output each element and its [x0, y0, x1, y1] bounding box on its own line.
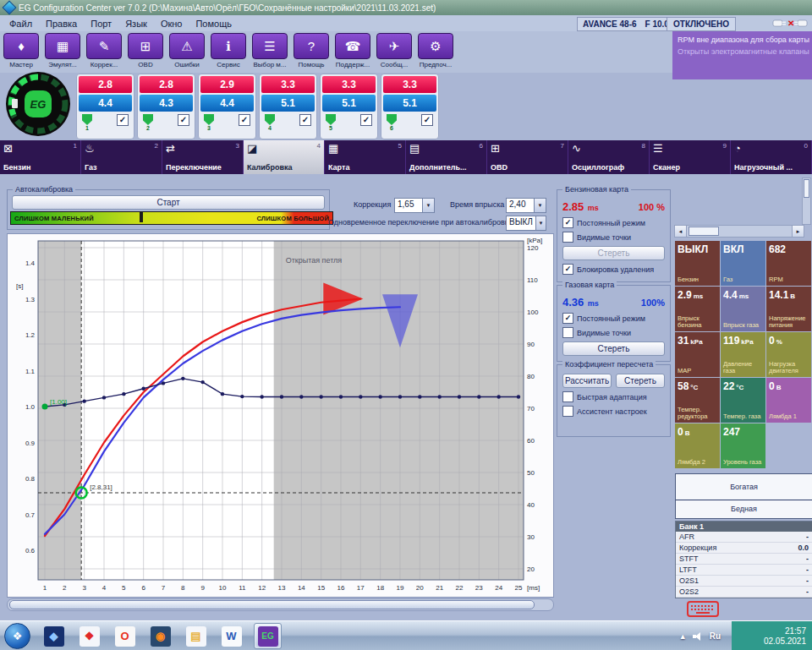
tab-1[interactable]: ⊠1Бензин: [0, 140, 81, 174]
svg-text:40: 40: [527, 501, 535, 509]
blue-app-icon[interactable]: ◆: [41, 624, 67, 648]
toolbar-button-master[interactable]: ♦Мастер: [3, 33, 40, 73]
checkbox-icon[interactable]: ✓: [562, 264, 573, 275]
correction-icon: ✎: [86, 33, 122, 59]
language-indicator[interactable]: Ru: [710, 631, 721, 641]
scrollbar-thumb[interactable]: [9, 600, 535, 609]
virtual-keyboard-button[interactable]: [685, 598, 721, 619]
cylinder-checkbox[interactable]: ✓: [421, 114, 433, 126]
menu-item-5[interactable]: Помощь: [189, 17, 239, 30]
erase-gas-map-button[interactable]: Стереть: [562, 341, 665, 356]
cylinder-2: 2.84.32✓: [137, 74, 195, 139]
svg-text:19: 19: [397, 584, 404, 592]
scroll-left-icon[interactable]: ◄: [675, 226, 687, 237]
svg-text:0.7: 0.7: [25, 511, 36, 519]
toolbar-button-correction[interactable]: ✎Коррек...: [85, 33, 123, 73]
right-panel-horizontal-scrollbar[interactable]: ◄ ►: [674, 225, 804, 238]
checkbox-icon[interactable]: [562, 391, 573, 402]
svg-text:80: 80: [527, 373, 535, 380]
petrol-lock-delete-option[interactable]: ✓ Блокировка удаления: [562, 264, 665, 275]
erase-petrol-map-button[interactable]: Стереть: [562, 246, 665, 260]
menu-item-0[interactable]: Файл: [3, 17, 39, 30]
red-app-icon[interactable]: ❖: [76, 624, 102, 648]
tab-3[interactable]: ⇄3Переключение: [162, 140, 244, 174]
toolbar-button-support[interactable]: ☎Поддерж...: [334, 33, 371, 73]
petrol-constant-mode-option[interactable]: ✓ Постоянный режим: [562, 217, 665, 228]
calibration-chart[interactable]: [1.00][2.8,31]Открытая петля123456789101…: [7, 233, 554, 598]
right-panel-vertical-scrollbar[interactable]: [802, 178, 811, 225]
tab-9[interactable]: ☰9Сканер: [650, 140, 731, 174]
cylinder-checkbox[interactable]: ✓: [299, 114, 311, 126]
toolbar-button-model-select[interactable]: ☰Выбор м...: [251, 33, 288, 73]
chevron-down-icon[interactable]: ▼: [534, 199, 546, 212]
svg-text:21: 21: [436, 584, 443, 592]
menu-item-2[interactable]: Порт: [84, 17, 118, 30]
calculate-button[interactable]: Рассчитать: [562, 374, 612, 388]
cylinder-checkbox[interactable]: ✓: [360, 114, 372, 126]
petrol-map-time: 2.85 ms: [562, 199, 599, 214]
firefox-icon[interactable]: ◉: [147, 624, 173, 648]
tray-chevron-up-icon[interactable]: ▲: [679, 632, 687, 641]
toolbar-button-errors[interactable]: ⚠Ошибки: [168, 33, 206, 73]
tab-6[interactable]: ▤6Дополнитель...: [406, 140, 487, 174]
petrol-visible-points-option[interactable]: Видимые точки: [562, 232, 665, 243]
erase-coefficient-button[interactable]: Стереть: [616, 374, 665, 388]
clock[interactable]: 21:57 02.05.2021: [732, 621, 812, 650]
svg-text:23: 23: [475, 584, 483, 592]
correction-dropdown[interactable]: 1,65 ▼: [394, 198, 435, 213]
scrollbar-thumb[interactable]: [689, 227, 719, 236]
cylinder-checkbox[interactable]: ✓: [239, 114, 250, 126]
tile-rpm: 682RPM: [766, 241, 811, 286]
toolbar-button-service[interactable]: ℹСервис: [210, 33, 247, 73]
checkbox-icon[interactable]: ✓: [562, 313, 573, 324]
speaker-icon[interactable]: [693, 632, 704, 641]
menu-item-4[interactable]: Окно: [154, 17, 189, 30]
eg-app-icon[interactable]: EG: [254, 623, 282, 649]
gas-constant-mode-option[interactable]: ✓ Постоянный режим: [562, 313, 665, 324]
menu-item-1[interactable]: Правка: [39, 17, 84, 30]
tile-petrol-state: ВЫКЛБензин: [675, 241, 720, 286]
tile-label: RPM: [769, 276, 783, 284]
checkbox-icon[interactable]: [562, 406, 573, 417]
cylinder-checkbox[interactable]: ✓: [117, 114, 129, 126]
chevron-down-icon[interactable]: ▼: [422, 199, 434, 212]
checkbox-icon[interactable]: [562, 232, 573, 243]
device-info: AVANCE 48-6 F 10.02: [577, 17, 679, 31]
menu-item-3[interactable]: Язык: [118, 17, 154, 30]
toolbar-button-preferences[interactable]: ⚙Предпоч...: [417, 33, 454, 73]
checkbox-icon[interactable]: [562, 327, 573, 338]
start-button[interactable]: ❖: [4, 623, 30, 649]
settings-assistant-option[interactable]: Ассистент настроек: [562, 406, 665, 417]
disconnected-plug-icon[interactable]: ✕: [771, 17, 809, 30]
word-icon[interactable]: W: [218, 624, 244, 648]
chevron-down-icon[interactable]: ▼: [535, 216, 546, 230]
scrollbar-thumb[interactable]: [804, 179, 809, 198]
toolbar-button-obd[interactable]: ⊞OBD: [127, 33, 164, 73]
tile-unit: kPa: [690, 338, 702, 346]
tab-2[interactable]: ♨2Газ: [81, 140, 162, 174]
cylinder-checkbox[interactable]: ✓: [178, 114, 189, 126]
tab-4[interactable]: ◪4Калибровка: [244, 140, 325, 174]
gas-visible-points-option[interactable]: Видимые точки: [562, 327, 665, 338]
tab-0[interactable]: ◔0Нагрузочный ...: [731, 140, 812, 174]
tab-7[interactable]: ⊞7OBD: [487, 140, 568, 174]
opera-icon[interactable]: O: [112, 624, 138, 648]
start-button[interactable]: Старт: [12, 195, 325, 210]
scroll-right-icon[interactable]: ►: [792, 226, 804, 237]
tab-8[interactable]: ∿8Осциллограф: [568, 140, 650, 174]
tab-5[interactable]: ▦5Карта: [325, 140, 406, 174]
checkbox-icon[interactable]: ✓: [562, 217, 573, 228]
toolbar-button-messages[interactable]: ✈Сообщ...: [376, 33, 413, 73]
device-name: AVANCE 48-6: [583, 19, 637, 29]
toolbar-button-help[interactable]: ?Помощь: [293, 33, 330, 73]
errors-icon: ⚠: [169, 33, 205, 59]
simultaneous-switch-dropdown[interactable]: ВЫКЛ ▼: [506, 216, 546, 231]
cylinder-5: 3.35.15✓: [320, 74, 378, 139]
chart-horizontal-scrollbar[interactable]: [7, 598, 554, 611]
folder-icon[interactable]: ▤: [183, 624, 209, 648]
fast-adaptation-option[interactable]: Быстрая адаптация: [562, 391, 665, 402]
toolbar-button-label: Поддерж...: [336, 61, 370, 68]
toolbar-button-emulator[interactable]: ▦Эмулят...: [44, 33, 81, 73]
injection-time-dropdown[interactable]: 2,40 ▼: [506, 198, 546, 213]
svg-text:3: 3: [82, 584, 86, 592]
